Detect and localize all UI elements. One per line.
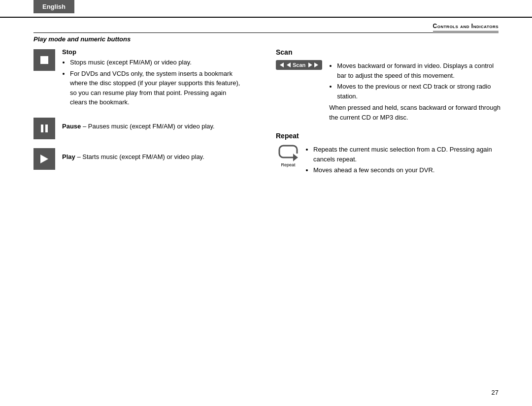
- play-row: Play – Starts music (except FM/AM) or vi…: [33, 147, 240, 170]
- scan-arrow-left2-icon: [287, 62, 291, 67]
- pause-bar-1: [41, 125, 43, 132]
- right-column: Scan Scan Moves backward or forward in v…: [276, 48, 502, 187]
- repeat-icon-label: Repeat: [281, 162, 295, 167]
- scan-arrow-left-icon: [280, 62, 284, 67]
- stop-text-block: Stop Stops music (except FM/AM) or video…: [62, 48, 240, 109]
- left-column: Stop Stops music (except FM/AM) or video…: [33, 48, 240, 178]
- header-divider: [33, 32, 499, 33]
- stop-bullets: Stops music (except FM/AM) or video play…: [62, 58, 240, 107]
- play-description: – Starts music (except FM/AM) or video p…: [77, 153, 204, 160]
- repeat-content-row: Repeat Repeats the current music selecti…: [276, 143, 502, 177]
- stop-bullet-1: Stops music (except FM/AM) or video play…: [70, 58, 240, 67]
- section-title: Play mode and numeric buttons: [33, 35, 131, 43]
- pause-description: – Pauses music (except FM/AM) or video p…: [83, 123, 215, 130]
- scan-arrow-right2-icon: [314, 62, 318, 67]
- repeat-icon-container: Repeat: [276, 144, 300, 167]
- pause-bar-2: [45, 125, 48, 132]
- page-number: 27: [492, 389, 499, 396]
- repeat-title: Repeat: [276, 132, 502, 140]
- stop-row: Stop Stops music (except FM/AM) or video…: [33, 48, 240, 109]
- repeat-bullet-2: Moves ahead a few seconds on your DVR.: [313, 165, 502, 175]
- scan-bullet-1: Moves backward or forward in video. Disp…: [337, 61, 502, 80]
- scan-block: Scan Scan Moves backward or forward in v…: [276, 48, 502, 122]
- repeat-bullets: Repeats the current music selection from…: [305, 145, 502, 175]
- stop-button-icon: [33, 49, 55, 71]
- scan-button-icon: Scan: [276, 60, 322, 70]
- scan-title: Scan: [276, 48, 502, 56]
- english-tab: English: [33, 0, 74, 13]
- stop-label: Stop: [62, 48, 240, 56]
- repeat-text-block: Repeats the current music selection from…: [305, 143, 502, 177]
- controls-indicators-header: Controls and Indicators: [433, 23, 499, 31]
- scan-bullets: Moves backward or forward in video. Disp…: [329, 61, 502, 101]
- play-text-block: Play – Starts music (except FM/AM) or vi…: [62, 147, 240, 160]
- scan-text-block: Moves backward or forward in video. Disp…: [329, 59, 502, 122]
- pause-button-icon: [33, 118, 55, 139]
- repeat-block: Repeat Repeat Repeats the current music …: [276, 132, 502, 177]
- scan-bullet-2: Moves to the previous or next CD track o…: [337, 82, 502, 101]
- pause-symbol: [41, 125, 48, 132]
- stop-symbol: [40, 56, 48, 64]
- scan-btn-text: Scan: [293, 62, 305, 68]
- pause-label: Pause: [62, 123, 81, 130]
- repeat-icon: [277, 144, 299, 161]
- pause-text-block: Pause – Pauses music (except FM/AM) or v…: [62, 117, 240, 130]
- header-line: [0, 17, 532, 18]
- scan-icon-container: Scan: [276, 60, 322, 71]
- scan-held-text: When pressed and held, scans backward or…: [329, 103, 502, 122]
- repeat-bullet-1: Repeats the current music selection from…: [313, 145, 502, 164]
- pause-row: Pause – Pauses music (except FM/AM) or v…: [33, 117, 240, 139]
- play-button-icon: [33, 148, 55, 170]
- scan-content-row: Scan Moves backward or forward in video.…: [276, 59, 502, 122]
- stop-bullet-2: For DVDs and VCDs only, the system inser…: [70, 69, 240, 107]
- play-label: Play: [62, 153, 75, 160]
- scan-arrow-right-icon: [308, 62, 312, 67]
- play-symbol: [40, 155, 48, 163]
